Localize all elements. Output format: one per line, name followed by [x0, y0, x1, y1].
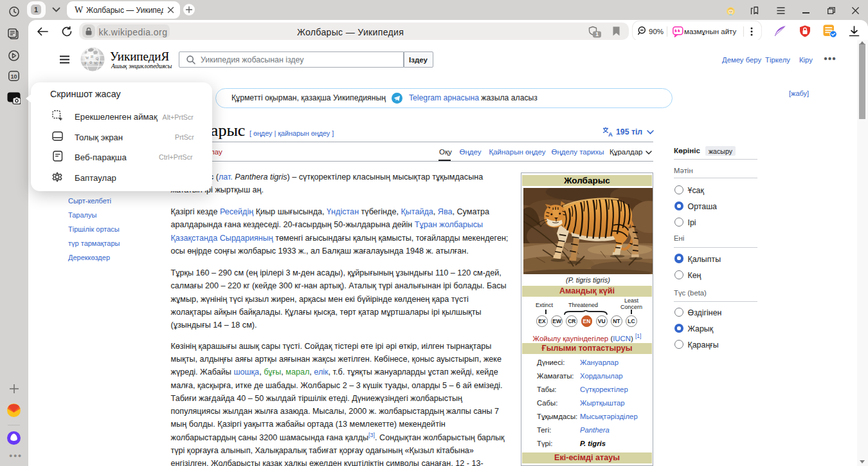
svg-text:И: И [91, 55, 93, 59]
svg-text:Я: Я [84, 61, 87, 65]
svg-text:10: 10 [10, 73, 17, 80]
svg-text:Q: Q [96, 57, 98, 61]
svg-text:1: 1 [595, 31, 599, 37]
svg-text:А: А [99, 61, 102, 64]
svg-text:W: W [94, 61, 98, 65]
svg-text:A: A [608, 131, 613, 137]
svg-text:Ф: Ф [89, 61, 93, 64]
svg-text:W: W [86, 56, 89, 60]
